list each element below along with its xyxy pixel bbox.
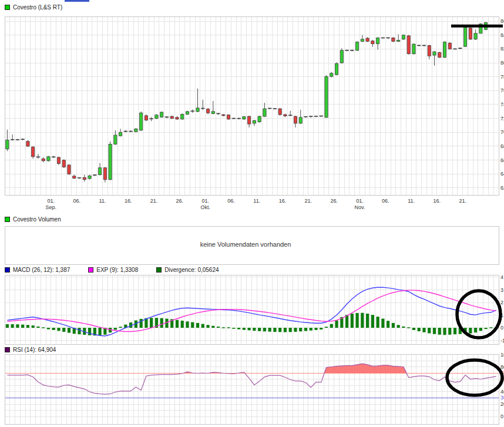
divergence-swatch-icon xyxy=(156,267,162,273)
macd-histogram-bar xyxy=(304,328,307,331)
macd-histogram-bar xyxy=(397,325,400,328)
candle-down xyxy=(206,109,209,113)
volume-legend-swatch-icon xyxy=(5,217,10,222)
macd-histogram-bar xyxy=(57,328,60,331)
no-volume-data-message: keine Volumendaten vorhanden xyxy=(5,241,486,248)
candle-up xyxy=(443,42,446,58)
candle-up xyxy=(474,33,477,39)
rsi-legend-swatch-icon xyxy=(5,347,10,352)
macd-axis-label: 3 xyxy=(500,287,503,293)
macd-histogram-bar xyxy=(474,328,477,332)
candle-up xyxy=(211,112,214,114)
macd-histogram-bar xyxy=(489,327,492,328)
macd-histogram-bar xyxy=(98,328,101,335)
rsi-axis-label: 20 xyxy=(500,401,504,407)
price-axis-label: 66 xyxy=(500,157,504,163)
macd-histogram-bar xyxy=(150,318,153,328)
macd-legend-label: MACD (26, 12): 1,387 xyxy=(13,267,70,273)
candle-down xyxy=(26,142,29,146)
candle-doji xyxy=(237,118,240,119)
candle-doji xyxy=(232,118,236,119)
candle-up xyxy=(355,42,358,51)
macd-histogram-bar xyxy=(366,314,369,328)
candle-up xyxy=(377,38,379,43)
macd-axis-label: 4 xyxy=(500,274,503,280)
candle-up xyxy=(196,108,199,112)
rsi-axis-label: 100 xyxy=(500,352,504,358)
date-axis-label: 26. xyxy=(176,198,184,204)
macd-histogram-bar xyxy=(330,324,333,328)
macd-histogram-bar xyxy=(181,321,184,328)
macd-histogram-bar xyxy=(227,327,230,328)
candle-down xyxy=(62,160,65,167)
candle-up xyxy=(299,117,302,123)
macd-histogram-bar xyxy=(345,315,348,328)
candle-doji xyxy=(93,174,96,176)
macd-histogram-bar xyxy=(196,323,199,328)
date-axis-label: 01. xyxy=(356,198,364,204)
macd-histogram-bar xyxy=(469,328,472,334)
macd-histogram-bar xyxy=(387,321,389,328)
candle-down xyxy=(284,115,287,116)
macd-histogram-bar xyxy=(294,328,297,332)
candle-down xyxy=(407,36,410,54)
candle-up xyxy=(186,112,189,115)
date-axis-label: 16. xyxy=(279,198,287,204)
rsi-axis-label: 40 xyxy=(500,389,504,395)
macd-histogram-bar xyxy=(88,328,91,335)
candle-up xyxy=(140,113,143,130)
macd-histogram-bar xyxy=(448,328,451,335)
chart-canvas: 8684828078767472706866646243210-11008070… xyxy=(0,0,504,427)
price-axis-label: 76 xyxy=(500,88,504,93)
candle-doji xyxy=(36,156,40,157)
candle-up xyxy=(119,132,122,136)
exp-legend-label: EXP (9): 1,3308 xyxy=(96,267,138,273)
candle-down xyxy=(176,117,179,119)
candle-up xyxy=(335,63,338,75)
price-axis-label: 70 xyxy=(500,129,504,135)
price-axis-label: 68 xyxy=(500,143,504,149)
date-axis-label: 26. xyxy=(330,198,338,204)
date-axis-label: 21. xyxy=(305,198,313,204)
candle-doji xyxy=(124,131,127,132)
date-axis-month-label: Okt. xyxy=(200,204,210,210)
divergence-legend-label: Divergence: 0,05624 xyxy=(164,267,219,273)
candle-down xyxy=(145,116,147,120)
price-legend-label: Covestro (L&S RT) xyxy=(13,4,62,11)
candle-down xyxy=(42,159,45,161)
macd-histogram-bar xyxy=(263,328,266,331)
candle-up xyxy=(88,176,91,179)
rsi-axis-label: 0 xyxy=(500,413,503,419)
volume-legend: Covestro Volumen xyxy=(5,216,61,223)
candle-up xyxy=(155,115,158,119)
candle-down xyxy=(68,165,70,174)
macd-histogram-bar xyxy=(335,321,338,328)
macd-histogram-bar xyxy=(253,328,256,331)
macd-histogram-bar xyxy=(211,326,214,328)
macd-histogram-bar xyxy=(52,328,55,330)
candle-down xyxy=(366,38,369,41)
candle-doji xyxy=(78,177,81,179)
candle-down xyxy=(428,45,431,56)
volume-legend-label: Covestro Volumen xyxy=(13,216,61,223)
macd-histogram-bar xyxy=(222,327,225,328)
candle-doji xyxy=(458,48,462,49)
candle-down xyxy=(103,168,106,180)
macd-histogram-bar xyxy=(68,328,70,333)
chart-application: 8684828078767472706866646243210-11008070… xyxy=(0,0,504,427)
candle-down xyxy=(248,116,251,124)
macd-histogram-bar xyxy=(289,328,292,332)
date-axis-label: 06. xyxy=(227,198,235,204)
candle-down xyxy=(371,41,374,44)
exp-swatch-icon xyxy=(88,267,93,273)
macd-histogram-bar xyxy=(191,322,194,328)
date-axis-month-label: Nov. xyxy=(355,204,365,210)
macd-histogram-bar xyxy=(32,325,35,328)
candle-up xyxy=(463,28,466,47)
macd-histogram-bar xyxy=(433,328,436,334)
macd-histogram-bar xyxy=(355,313,358,328)
candle-doji xyxy=(165,116,169,117)
date-axis-label: 21. xyxy=(459,198,466,204)
price-legend-swatch-icon xyxy=(5,5,10,10)
macd-histogram-bar xyxy=(160,318,163,328)
